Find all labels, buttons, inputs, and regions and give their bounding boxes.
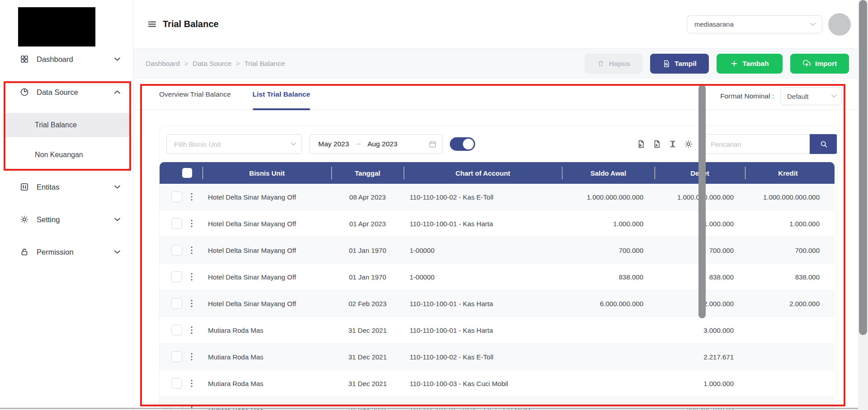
row-checkbox[interactable] (171, 325, 182, 335)
pie-chart-icon (20, 88, 29, 97)
table-scrollbar-thumb[interactable] (698, 85, 706, 318)
cell-tanggal: 02 Feb 2023 (331, 300, 404, 308)
chevron-down-icon (114, 57, 120, 61)
breadcrumb-band: Dashboard > Data Source > Trial Balance … (133, 49, 858, 79)
row-height-icon[interactable] (668, 140, 677, 149)
cell-kredit: 700.000 (745, 247, 831, 254)
column-header-bisnis-unit[interactable]: Bisnis Unit (203, 162, 331, 184)
grid-icon (20, 55, 29, 64)
sidebar-item-label: Permission (37, 248, 74, 256)
cell-tanggal: 31 Dec 2021 (331, 353, 404, 361)
table-row[interactable]: Hotel Delta Sinar Mayang Off 08 Apr 2023… (160, 184, 835, 210)
sidebar-item-setting[interactable]: Setting (0, 209, 133, 230)
page-title: Trial Balance (163, 19, 218, 29)
kebab-menu-icon[interactable] (191, 353, 193, 361)
filter-toggle[interactable] (450, 137, 475, 151)
sidebar-subitem-non-keuangan[interactable]: Non Keuangan (5, 143, 129, 167)
cell-debet: 3.000.000 (655, 326, 745, 334)
sidebar-item-data-source[interactable]: Data Source (0, 81, 133, 103)
window-scrollbar[interactable] (858, 0, 868, 410)
cell-saldo-awal: 838.000 (562, 273, 655, 281)
tambah-label: Tambah (742, 60, 769, 68)
row-checkbox[interactable] (171, 271, 182, 282)
row-checkbox[interactable] (171, 218, 182, 229)
format-nominal-select[interactable]: Default (780, 87, 842, 105)
sidebar-item-entitas[interactable]: Entitas (0, 176, 133, 198)
sidebar-subitem-label: Non Keuangan (35, 151, 83, 159)
row-checkbox[interactable] (171, 298, 182, 309)
chevron-down-icon (831, 94, 837, 98)
column-header-chart-of-account[interactable]: Chart of Account (404, 162, 562, 184)
search-group (704, 134, 837, 154)
chevron-down-icon (810, 23, 816, 26)
table-row[interactable]: Hotel Delta Sinar Mayang Off 01 Jan 1970… (160, 264, 835, 290)
import-button[interactable]: Import (790, 54, 849, 74)
breadcrumb: Dashboard > Data Source > Trial Balance (146, 60, 285, 68)
row-checkbox[interactable] (171, 191, 182, 202)
collapse-menu-icon[interactable] (147, 19, 156, 29)
column-header-tanggal[interactable]: Tanggal (331, 162, 404, 184)
date-range-picker[interactable]: May 2023 ⇀ Aug 2023 (310, 134, 443, 154)
tampil-button[interactable]: Tampil (650, 54, 709, 74)
business-unit-placeholder: Pilih Bisnis Unit (174, 140, 221, 148)
table-row[interactable]: Mutiara Roda Mas 31 Dec 2021 110-110-100… (160, 344, 835, 370)
avatar[interactable] (828, 13, 851, 36)
table-row[interactable]: Hotel Delta Sinar Mayang Off 02 Feb 2023… (160, 290, 835, 317)
row-checkbox[interactable] (171, 245, 182, 256)
cell-chart-of-account: 110-110-100-01 - Kas Harta (404, 326, 562, 334)
gear-icon (20, 215, 29, 224)
import-label: Import (815, 60, 837, 68)
cell-saldo-awal: 6.000.000.000 (562, 300, 655, 308)
tambah-button[interactable]: Tambah (717, 54, 783, 74)
breadcrumb-dashboard[interactable]: Dashboard (146, 60, 180, 68)
workspace-select[interactable]: mediasarana (687, 15, 822, 33)
business-unit-select[interactable]: Pilih Bisnis Unit (166, 134, 302, 154)
format-nominal-value: Default (787, 93, 809, 100)
tab-overview-trial-balance[interactable]: Overview Trial Balance (159, 79, 231, 110)
sidebar-item-dashboard[interactable]: Dashboard (0, 48, 133, 70)
tampil-label: Tampil (675, 60, 697, 68)
breadcrumb-separator: > (184, 60, 188, 67)
cell-saldo-awal: 1.000.000 (562, 220, 655, 228)
kebab-menu-icon[interactable] (191, 246, 193, 254)
kebab-menu-icon[interactable] (191, 193, 193, 201)
search-icon (820, 140, 828, 149)
select-all-checkbox[interactable] (182, 168, 192, 178)
row-checkbox[interactable] (171, 351, 182, 362)
cell-tanggal: 01 Apr 2023 (331, 220, 404, 228)
hapus-button[interactable]: Hapus (585, 54, 642, 74)
row-checkbox[interactable] (171, 378, 182, 389)
sidebar-item-permission[interactable]: Permission (0, 241, 133, 263)
kebab-menu-icon[interactable] (191, 273, 193, 281)
kebab-menu-icon[interactable] (191, 299, 193, 308)
table-row[interactable]: Mutiara Roda Mas 31 Dec 2021 110-110-100… (160, 370, 835, 397)
sidebar: Dashboard Data Source Trial Balance (0, 0, 133, 410)
kebab-menu-icon[interactable] (191, 219, 193, 228)
search-button[interactable] (810, 134, 837, 154)
export-pdf-icon[interactable] (637, 140, 646, 149)
table-body: Hotel Delta Sinar Mayang Off 08 Apr 2023… (160, 184, 835, 410)
cell-chart-of-account: 110-110-100-01 - Kas Harta (404, 300, 562, 308)
app-logo (18, 7, 95, 47)
chevron-up-icon (114, 90, 120, 94)
row-checkbox[interactable] (171, 405, 182, 410)
column-header-saldo-awal[interactable]: Saldo Awal (562, 162, 655, 184)
tab-list-trial-balance[interactable]: List Trial Balance (253, 79, 311, 110)
column-header-kredit[interactable]: Kredit (745, 162, 831, 184)
sidebar-item-label: Entitas (37, 183, 59, 191)
kebab-menu-icon[interactable] (191, 326, 193, 334)
table-row[interactable]: Hotel Delta Sinar Mayang Off 01 Apr 2023… (160, 210, 835, 237)
table-row[interactable]: Mutiara Roda Mas 31 Dec 2021 110-110-100… (160, 317, 835, 344)
sidebar-subitem-trial-balance[interactable]: Trial Balance (5, 113, 129, 137)
kebab-menu-icon[interactable] (191, 379, 193, 387)
top-bar: Trial Balance mediasarana (133, 0, 858, 49)
search-input[interactable] (704, 134, 810, 154)
breadcrumb-data-source[interactable]: Data Source (193, 60, 231, 68)
window-scrollbar-thumb[interactable] (859, 0, 867, 335)
lock-icon (20, 247, 29, 256)
table-row[interactable]: Hotel Delta Sinar Mayang Off 01 Jan 1970… (160, 237, 835, 264)
table-settings-icon[interactable] (684, 140, 693, 149)
cell-debet: 2.217.671 (655, 353, 745, 361)
toggle-knob (463, 139, 474, 149)
export-excel-icon[interactable] (652, 140, 661, 149)
